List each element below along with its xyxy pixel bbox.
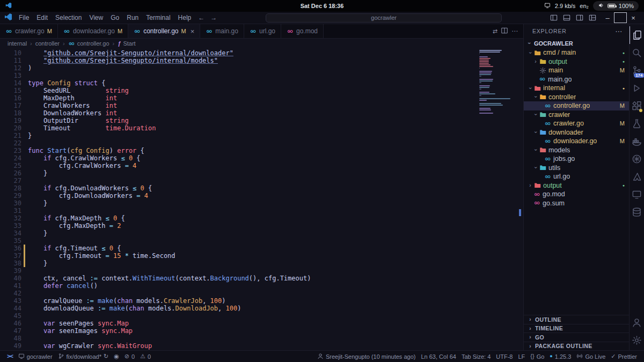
status-utf-8[interactable]: UTF-8 bbox=[493, 351, 515, 362]
section-package-outline[interactable]: ›PACKAGE OUTLINE bbox=[524, 342, 629, 351]
menu-help[interactable]: Help bbox=[174, 13, 195, 22]
menu-view[interactable]: View bbox=[85, 13, 107, 22]
status-ln-63-col-64[interactable]: Ln 63, Col 64 bbox=[418, 351, 458, 362]
menu-file[interactable]: File bbox=[15, 13, 33, 22]
settings-icon[interactable] bbox=[630, 331, 644, 349]
docker-icon[interactable] bbox=[630, 132, 644, 150]
keyboard-layout[interactable]: en₂ bbox=[580, 3, 589, 9]
command-center-search[interactable]: gocrawler bbox=[266, 13, 502, 23]
toggle-secondary-sidebar-icon[interactable] bbox=[574, 12, 586, 23]
tree-item-output[interactable]: ›output● bbox=[524, 181, 629, 190]
tree-item-internal[interactable]: ›internal● bbox=[524, 84, 629, 93]
nav-forward-icon[interactable]: → bbox=[208, 14, 219, 21]
tree-item-main.go[interactable]: GOmain.go bbox=[524, 75, 629, 84]
chevron-down-icon[interactable]: › bbox=[533, 112, 539, 118]
tab-downloader.go[interactable]: GOdownloader.goM bbox=[58, 24, 128, 38]
status-fix-download-[interactable]: fix/download*↻ bbox=[55, 351, 112, 362]
os-clock[interactable]: Sat Dec 6 18:36 bbox=[301, 3, 344, 9]
tree-item-models[interactable]: ›models bbox=[524, 146, 629, 155]
status-sreejit-sengupto-10-minu[interactable]: Sreejit-Sengupto (10 minutes ago) bbox=[314, 351, 419, 362]
status-go-live[interactable]: Go Live bbox=[574, 351, 608, 362]
toggle-panel-icon[interactable] bbox=[561, 12, 573, 23]
tree-item-controller[interactable]: ›controller bbox=[524, 93, 629, 102]
chevron-down-icon[interactable]: › bbox=[533, 129, 539, 136]
section-go[interactable]: ›GO bbox=[524, 333, 629, 342]
explorer-icon[interactable] bbox=[630, 26, 644, 44]
chevron-right-icon[interactable]: › bbox=[532, 58, 539, 64]
breadcrumb-controller[interactable]: controller bbox=[35, 40, 60, 47]
maximize-button[interactable] bbox=[614, 12, 627, 23]
status-tab-size-4[interactable]: Tab Size: 4 bbox=[459, 351, 493, 362]
testing-icon[interactable] bbox=[630, 115, 644, 132]
tree-item-crawler[interactable]: ›crawler bbox=[524, 110, 629, 120]
chevron-down-icon[interactable]: › bbox=[533, 165, 539, 171]
menu-selection[interactable]: Selection bbox=[52, 13, 85, 22]
chevron-right-icon[interactable]: › bbox=[527, 182, 533, 188]
explorer-more-icon[interactable]: ⋯ bbox=[615, 27, 623, 35]
database-icon[interactable] bbox=[630, 203, 644, 221]
toggle-sidebar-icon[interactable] bbox=[548, 12, 560, 23]
tab-main.go[interactable]: GOmain.go bbox=[200, 24, 244, 38]
kubernetes-icon[interactable] bbox=[630, 150, 644, 168]
tree-item-utils[interactable]: ›utils bbox=[524, 164, 629, 173]
tab-go.mod[interactable]: GOgo.mod bbox=[281, 24, 324, 38]
line-number: 34 bbox=[0, 230, 24, 237]
tab-url.go[interactable]: GOurl.go bbox=[244, 24, 281, 38]
extensions-icon[interactable] bbox=[630, 97, 644, 115]
tree-item-go.mod[interactable]: GOgo.mod bbox=[524, 190, 629, 199]
menu-go[interactable]: Go bbox=[107, 13, 123, 22]
open-changes-icon[interactable]: ⇄ bbox=[493, 28, 497, 34]
tree-item-cmd-main[interactable]: ›cmd / main● bbox=[524, 48, 629, 57]
tree-item-crawler.go[interactable]: GOcrawler.goM bbox=[524, 119, 629, 128]
status-0[interactable]: ⊘0 bbox=[122, 351, 137, 362]
menu-run[interactable]: Run bbox=[123, 13, 142, 22]
menu-edit[interactable]: Edit bbox=[33, 13, 52, 22]
section-outline[interactable]: ›OUTLINE bbox=[524, 315, 629, 324]
section-timeline[interactable]: ›TIMELINE bbox=[524, 324, 629, 333]
tree-item-downloader[interactable]: ›downloader bbox=[524, 128, 629, 137]
chevron-down-icon[interactable]: › bbox=[533, 147, 539, 153]
tree-item-url.go[interactable]: GOurl.go bbox=[524, 172, 629, 181]
status-go[interactable]: {}Go bbox=[528, 351, 547, 362]
run-debug-icon[interactable] bbox=[630, 79, 644, 97]
git-modified-gutter bbox=[24, 252, 25, 260]
account-icon[interactable] bbox=[630, 314, 644, 331]
azure-icon[interactable] bbox=[630, 168, 644, 186]
chevron-down-icon[interactable]: › bbox=[528, 49, 533, 56]
chevron-down-icon[interactable]: › bbox=[533, 94, 539, 100]
minimap[interactable] bbox=[479, 50, 515, 114]
close-tab-icon[interactable]: × bbox=[191, 27, 195, 35]
menu-terminal[interactable]: Terminal bbox=[142, 13, 174, 22]
minimize-button[interactable]: – bbox=[601, 12, 614, 23]
status-0[interactable]: ⚠0 bbox=[137, 351, 153, 362]
tree-item-main[interactable]: mainM bbox=[524, 66, 629, 75]
tab-controller.go[interactable]: GOcontroller.goM× bbox=[128, 24, 200, 38]
project-section-header[interactable]: › GOCRAWLER bbox=[524, 38, 629, 48]
nav-back-icon[interactable]: ← bbox=[195, 14, 207, 21]
tree-item-output[interactable]: ›output● bbox=[524, 57, 629, 67]
code-editor[interactable]: 10 "github.com/Sreejit-Sengupto/internal… bbox=[0, 48, 523, 350]
close-button[interactable]: × bbox=[627, 12, 640, 23]
status-gocrawler[interactable]: gocrawler bbox=[16, 351, 55, 362]
split-editor-icon[interactable] bbox=[501, 27, 508, 36]
tree-item-go.sum[interactable]: GOgo.sum bbox=[524, 199, 629, 208]
system-tray[interactable]: 100% bbox=[593, 1, 639, 11]
breadcrumb-controller.go[interactable]: GOcontroller.go bbox=[68, 40, 109, 47]
status-prettier[interactable]: ✓Prettier bbox=[608, 351, 640, 362]
status-1-25-3[interactable]: ●1.25.3 bbox=[547, 351, 574, 362]
status-eye[interactable]: ◉ bbox=[111, 351, 122, 362]
status-lf[interactable]: LF bbox=[515, 351, 528, 362]
search-icon[interactable] bbox=[630, 44, 644, 62]
tree-item-jobs.go[interactable]: GOjobs.go bbox=[524, 154, 629, 164]
breadcrumb-Start[interactable]: ƒStart bbox=[118, 40, 135, 47]
tab-crawler.go[interactable]: GOcrawler.goM bbox=[0, 24, 58, 38]
tree-item-controller.go[interactable]: GOcontroller.goM bbox=[524, 101, 629, 110]
more-actions-icon[interactable]: ⋯ bbox=[511, 27, 518, 35]
remote-explorer-icon[interactable] bbox=[630, 186, 644, 203]
source-control-icon[interactable]: 174 bbox=[630, 62, 644, 79]
breadcrumb-internal[interactable]: internal bbox=[8, 40, 27, 47]
tree-item-downloader.go[interactable]: GOdownloader.goM bbox=[524, 137, 629, 146]
chevron-down-icon[interactable]: › bbox=[528, 85, 533, 91]
status-remote[interactable]: >< bbox=[4, 351, 16, 362]
customize-layout-icon[interactable] bbox=[587, 12, 598, 23]
